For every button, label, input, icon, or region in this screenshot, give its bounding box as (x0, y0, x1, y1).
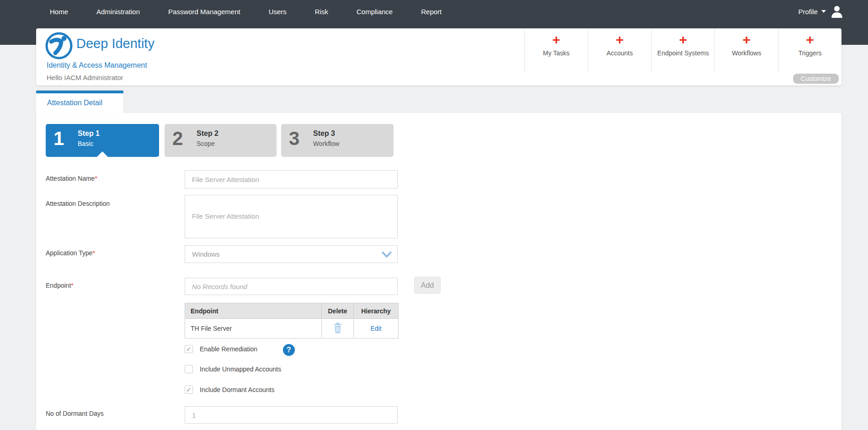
include-unmapped-accounts-label: Include Unmapped Accounts (200, 366, 281, 373)
step-title: Step 1 (78, 129, 100, 138)
enable-remediation-checkbox[interactable] (185, 345, 193, 353)
endpoint-search-input[interactable] (185, 278, 398, 295)
attestation-detail-panel: 1 Step 1 Basic 2 Step 2 Scope 3 Step 3 W… (36, 113, 841, 430)
active-step-notch (97, 151, 108, 157)
plus-icon: + (778, 33, 841, 47)
plus-icon: + (588, 33, 651, 47)
required-asterisk: * (71, 282, 73, 289)
quick-action-triggers[interactable]: + Triggers (778, 28, 841, 72)
add-endpoint-button[interactable]: Add (414, 277, 441, 294)
plus-icon: + (652, 33, 715, 47)
quick-action-label: My Tasks (525, 49, 588, 57)
dormant-days-label: No of Dormant Days (46, 410, 104, 417)
chevron-down-icon (821, 10, 826, 13)
profile-label: Profile (798, 8, 818, 16)
step-number: 2 (172, 128, 183, 150)
user-greeting: Hello IACM Administrator (47, 74, 123, 81)
table-header-row: Endpoint Delete Hierarchy (185, 303, 399, 319)
tab-label: Attestation Detail (36, 93, 123, 107)
include-dormant-accounts-label: Include Dormant Accounts (200, 386, 274, 393)
nav-item-home[interactable]: Home (50, 8, 68, 16)
wizard-step-3-workflow[interactable]: 3 Step 3 Workflow (281, 124, 394, 157)
remediation-help-icon[interactable]: ? (283, 344, 295, 356)
step-subtitle: Scope (197, 140, 215, 147)
edit-hierarchy-link[interactable]: Edit (370, 325, 381, 332)
attestation-name-input[interactable] (185, 170, 398, 188)
step-subtitle: Workflow (313, 140, 339, 147)
include-dormant-accounts-checkbox[interactable] (185, 386, 193, 394)
plus-icon: + (715, 33, 778, 47)
column-header-delete: Delete (322, 303, 354, 319)
application-type-value: Windows (192, 250, 220, 258)
application-type-label: Application Type* (46, 249, 95, 257)
tab-attestation-detail[interactable]: Attestation Detail (36, 91, 123, 113)
column-header-hierarchy: Hierarchy (354, 303, 399, 319)
main-menu: Home Administration Password Management … (50, 0, 442, 23)
quick-actions: + My Tasks + Accounts + Endpoint Systems… (524, 28, 841, 72)
nav-item-compliance[interactable]: Compliance (357, 8, 393, 16)
nav-item-report[interactable]: Report (421, 8, 442, 16)
attestation-description-textarea[interactable] (185, 195, 398, 238)
enable-remediation-label: Enable Remediation (200, 345, 257, 353)
step-title: Step 2 (197, 129, 218, 138)
step-number: 1 (53, 128, 64, 150)
header-card: Deep Identity Identity & Access Manageme… (36, 28, 841, 86)
quick-action-my-tasks[interactable]: + My Tasks (524, 28, 588, 72)
step-number: 3 (289, 128, 299, 150)
user-avatar-icon (830, 4, 844, 19)
nav-item-administration[interactable]: Administration (96, 8, 140, 16)
application-type-select[interactable]: Windows (185, 245, 398, 263)
enable-remediation-row: Enable Remediation (185, 345, 257, 353)
step-subtitle: Basic (78, 140, 93, 147)
brand-tagline: Identity & Access Management (47, 61, 147, 70)
quick-action-workflows[interactable]: + Workflows (714, 28, 778, 72)
attestation-name-label: Attestation Name* (46, 175, 97, 182)
wizard-step-1-basic[interactable]: 1 Step 1 Basic (46, 124, 159, 157)
quick-action-label: Accounts (588, 49, 651, 57)
quick-action-label: Endpoint Systems (652, 49, 715, 57)
quick-action-endpoint-systems[interactable]: + Endpoint Systems (651, 28, 715, 72)
customize-button[interactable]: Customize (793, 74, 839, 84)
step-title: Step 3 (313, 129, 335, 138)
quick-action-label: Workflows (715, 49, 778, 57)
dormant-days-input[interactable] (185, 406, 398, 424)
table-row: TH File Server Edit (185, 319, 399, 339)
required-asterisk: * (95, 175, 97, 182)
quick-action-label: Triggers (778, 49, 841, 57)
trash-icon (333, 322, 343, 333)
delete-endpoint-button[interactable] (333, 322, 343, 335)
endpoint-table: Endpoint Delete Hierarchy TH File Server (185, 303, 399, 339)
wizard-step-2-scope[interactable]: 2 Step 2 Scope (165, 124, 277, 157)
plus-icon: + (525, 33, 588, 47)
chevron-down-icon (382, 252, 392, 258)
include-unmapped-accounts-row: Include Unmapped Accounts (185, 365, 281, 373)
endpoint-label: Endpoint* (46, 282, 74, 289)
nav-item-users[interactable]: Users (269, 8, 287, 16)
column-header-endpoint: Endpoint (185, 303, 322, 319)
required-asterisk: * (92, 249, 95, 257)
include-unmapped-accounts-checkbox[interactable] (185, 365, 193, 373)
deep-identity-logo-icon (44, 31, 74, 60)
endpoint-cell: TH File Server (185, 319, 322, 339)
brand-name: Deep Identity (76, 36, 154, 51)
include-dormant-accounts-row: Include Dormant Accounts (185, 386, 274, 394)
nav-item-password-management[interactable]: Password Management (168, 8, 240, 16)
quick-action-accounts[interactable]: + Accounts (588, 28, 651, 72)
profile-menu[interactable]: Profile (798, 0, 844, 23)
nav-item-risk[interactable]: Risk (315, 8, 328, 16)
attestation-description-label: Attestation Description (46, 200, 110, 207)
